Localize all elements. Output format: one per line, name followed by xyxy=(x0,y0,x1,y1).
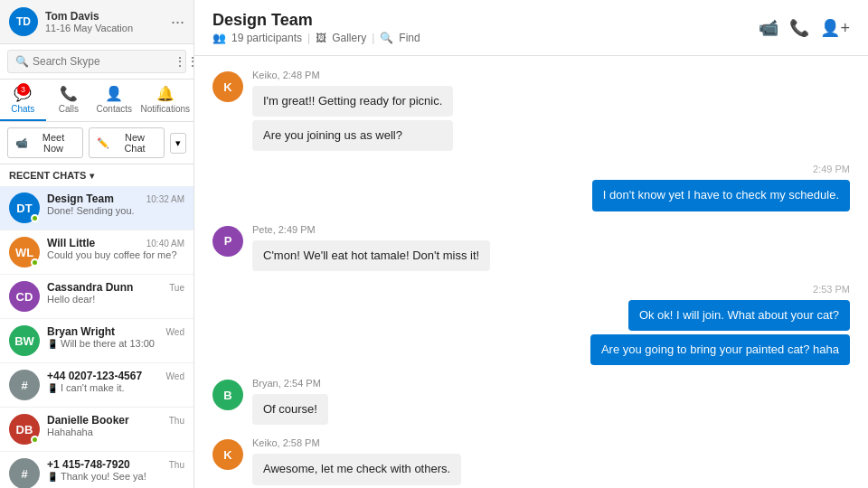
gallery-icon: 🖼 xyxy=(316,32,326,44)
chat-name: Bryan Wright xyxy=(47,325,115,338)
preview-text: Could you buy coffee for me? xyxy=(47,249,177,260)
message-group: KKeiko, 2:48 PMI'm great!! Getting ready… xyxy=(212,70,850,151)
tab-calls[interactable]: 📞 Calls xyxy=(46,80,92,121)
chat-item[interactable]: # +1 415-748-7920 Thu 📱 Thank you! See y… xyxy=(0,452,193,488)
chat-avatar: # xyxy=(9,458,40,488)
chat-avatar: CD xyxy=(9,281,40,312)
gallery-label[interactable]: Gallery xyxy=(332,32,366,44)
new-chat-label: New Chat xyxy=(113,132,156,154)
chat-name: Danielle Booker xyxy=(47,414,129,427)
message-body: Pete, 2:49 PMC'mon! We'll eat hot tamale… xyxy=(252,224,490,271)
message-body: 2:53 PMOk ok! I will join. What about yo… xyxy=(590,284,850,365)
tab-contacts[interactable]: 👤 Contacts xyxy=(91,80,137,121)
profile-info: Tom Davis 11-16 May Vacation xyxy=(45,10,171,33)
chevron-down-icon: ▾ xyxy=(90,171,94,181)
chat-preview: Hahahaha xyxy=(47,427,184,437)
meta-sep-1: | xyxy=(307,32,310,44)
preview-text: Hahahaha xyxy=(47,427,93,437)
message-bubble: I don't know yet I have to check my sche… xyxy=(592,180,850,211)
meet-icon: 📹 xyxy=(15,137,28,149)
online-indicator xyxy=(31,214,39,222)
message-avatar: K xyxy=(212,439,243,470)
chat-content: Cassandra Dunn Tue Hello dear! xyxy=(47,281,184,305)
new-chat-button[interactable]: ✏️ New Chat xyxy=(89,127,165,158)
meet-label: Meet Now xyxy=(32,132,75,154)
profile-status: 11-16 May Vacation xyxy=(45,23,171,33)
more-button[interactable]: ··· xyxy=(171,13,184,32)
video-call-button[interactable]: 📹 xyxy=(759,18,778,38)
message-avatar: K xyxy=(212,71,243,102)
find-icon: 🔍 xyxy=(380,32,393,44)
search-input[interactable] xyxy=(33,55,168,68)
chat-time: Wed xyxy=(166,371,184,381)
audio-call-button[interactable]: 📞 xyxy=(789,18,809,38)
chat-item[interactable]: DT Design Team 10:32 AM Done! Sending yo… xyxy=(0,186,193,230)
add-participant-button[interactable]: 👤+ xyxy=(820,18,850,38)
chat-time: 10:32 AM xyxy=(146,194,184,204)
preview-text: Thank you! See ya! xyxy=(61,471,146,482)
recent-chats-header[interactable]: RECENT CHATS ▾ xyxy=(0,164,193,186)
contacts-icon: 👤 xyxy=(105,85,123,102)
chat-name: Design Team xyxy=(47,192,114,205)
chat-top: +1 415-748-7920 Thu xyxy=(47,458,184,471)
chat-name: +1 415-748-7920 xyxy=(47,458,130,471)
chat-content: +1 415-748-7920 Thu 📱 Thank you! See ya! xyxy=(47,458,184,482)
chat-top: +44 0207-123-4567 Wed xyxy=(47,370,184,382)
preview-text: Will be there at 13:00 xyxy=(61,338,155,349)
chat-item[interactable]: CD Cassandra Dunn Tue Hello dear! xyxy=(0,275,193,319)
message-time: 2:49 PM xyxy=(813,164,850,174)
message-avatar: P xyxy=(212,226,243,257)
chat-top: Danielle Booker Thu xyxy=(47,414,184,427)
chat-top: Cassandra Dunn Tue xyxy=(47,281,184,294)
chat-time: Thu xyxy=(169,416,184,426)
calls-icon: 📞 xyxy=(60,85,78,102)
preview-text: Done! Sending you. xyxy=(47,205,135,216)
chat-content: Danielle Booker Thu Hahahaha xyxy=(47,414,184,437)
chats-badge: 3 xyxy=(17,83,30,96)
chat-name: Will Little xyxy=(47,237,95,249)
meet-now-button[interactable]: 📹 Meet Now xyxy=(7,127,83,158)
preview-text: Hello dear! xyxy=(47,294,95,305)
tab-notifications[interactable]: 🔔 Notifications xyxy=(137,80,193,121)
phone-icon: 📱 xyxy=(47,339,58,349)
chat-time: Tue xyxy=(169,283,184,293)
chat-list: DT Design Team 10:32 AM Done! Sending yo… xyxy=(0,186,193,488)
chat-name: +44 0207-123-4567 xyxy=(47,370,142,382)
chat-name: Cassandra Dunn xyxy=(47,281,133,294)
chat-item[interactable]: BW Bryan Wright Wed 📱 Will be there at 1… xyxy=(0,319,193,363)
tab-chats[interactable]: 💬 Chats 3 xyxy=(0,80,46,121)
search-icon: 🔍 xyxy=(15,55,29,68)
chat-item[interactable]: DB Danielle Booker Thu Hahahaha xyxy=(0,408,193,452)
chat-top: Design Team 10:32 AM xyxy=(47,192,184,205)
message-sender: Keiko, 2:58 PM xyxy=(252,437,461,448)
chat-item[interactable]: WL Will Little 10:40 AM Could you buy co… xyxy=(0,230,193,275)
message-bubble: C'mon! We'll eat hot tamale! Don't miss … xyxy=(252,240,490,271)
message-sender: Keiko, 2:48 PM xyxy=(252,70,453,80)
sidebar: TD Tom Davis 11-16 May Vacation ··· 🔍 ⋮⋮… xyxy=(0,0,194,488)
chat-avatar: DT xyxy=(9,192,40,223)
chat-preview: Done! Sending you. xyxy=(47,205,184,216)
new-chat-dropdown[interactable]: ▾ xyxy=(170,133,186,154)
message-bubble: Ok ok! I will join. What about your cat? xyxy=(628,300,850,331)
chat-item[interactable]: # +44 0207-123-4567 Wed 📱 I can't make i… xyxy=(0,363,193,408)
search-bar: 🔍 ⋮⋮ xyxy=(0,44,193,80)
message-group: BBryan, 2:54 PMOf course! xyxy=(212,378,850,425)
recent-label: RECENT CHATS xyxy=(9,170,86,181)
meta-sep-2: | xyxy=(372,32,374,44)
chat-preview: 📱 Will be there at 13:00 xyxy=(47,338,184,349)
chat-meta: 👥 19 participants | 🖼 Gallery | 🔍 Find xyxy=(212,32,420,44)
message-group: PPete, 2:49 PMC'mon! We'll eat hot tamal… xyxy=(212,224,850,271)
message-group: 2:53 PMOk ok! I will join. What about yo… xyxy=(212,284,850,365)
find-label[interactable]: Find xyxy=(399,32,420,44)
message-time: 2:53 PM xyxy=(813,284,850,295)
chat-header-left: Design Team 👥 19 participants | 🖼 Galler… xyxy=(212,11,420,44)
tab-calls-label: Calls xyxy=(59,104,79,114)
chat-preview: 📱 Thank you! See ya! xyxy=(47,471,184,482)
preview-text: I can't make it. xyxy=(61,382,125,393)
message-group: KKeiko, 2:58 PMAwesome, let me check wit… xyxy=(212,437,850,488)
online-indicator xyxy=(31,258,39,267)
message-bubble: I'm great!! Getting ready for picnic. xyxy=(252,86,453,117)
chat-avatar: # xyxy=(9,370,40,400)
chat-title: Design Team xyxy=(212,11,420,30)
chat-preview: Could you buy coffee for me? xyxy=(47,249,184,260)
